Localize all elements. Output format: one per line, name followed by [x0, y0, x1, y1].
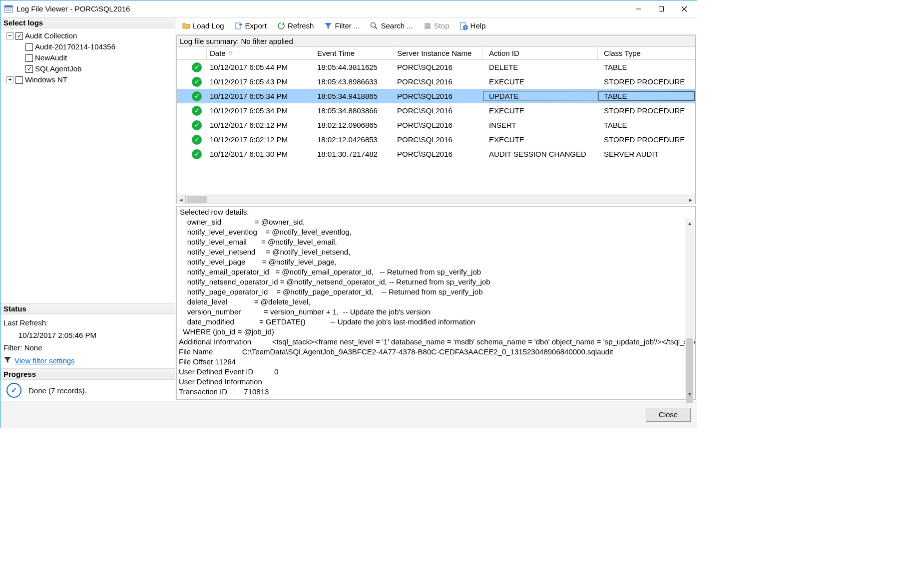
cell-server: PORC\SQL2016 — [394, 134, 483, 145]
checkbox-audit-collection[interactable] — [15, 32, 23, 40]
cell-action: EXECUTE — [483, 105, 598, 116]
cell-class: SERVER AUDIT — [598, 149, 695, 159]
details-panel: Selected row details: owner_sid = @owner… — [176, 206, 696, 400]
svg-rect-11 — [425, 23, 431, 29]
cell-date: 10/12/2017 6:05:34 PM — [207, 105, 314, 116]
toolbar-label: Refresh — [288, 21, 314, 30]
scroll-right-icon[interactable]: ► — [686, 195, 695, 204]
help-button[interactable]: ? Help — [456, 20, 489, 32]
success-icon: ✓ — [192, 120, 202, 130]
app-icon — [3, 4, 13, 14]
horizontal-scrollbar[interactable]: ◄ ► — [177, 195, 695, 204]
cell-date: 10/12/2017 6:02:12 PM — [207, 120, 314, 130]
collapse-icon[interactable]: − — [6, 32, 13, 39]
titlebar: Log File Viewer - PORC\SQL2016 — [0, 0, 697, 17]
done-icon: ✓ — [6, 383, 21, 398]
progress-section: Progress ✓ Done (7 records). — [0, 368, 175, 401]
checkbox-windows-nt[interactable] — [15, 76, 23, 84]
table-row[interactable]: ✓10/12/2017 6:01:30 PM18:01:30.7217482PO… — [177, 147, 695, 161]
cell-server: PORC\SQL2016 — [394, 76, 483, 87]
checkbox-newaudit[interactable] — [25, 54, 33, 62]
tree-node-audit-20170214[interactable]: Audit-20170214-104356 — [3, 41, 174, 52]
scroll-left-icon[interactable]: ◄ — [177, 195, 186, 204]
cell-time: 18:05:34.9418865 — [314, 91, 394, 101]
cell-action: EXECUTE — [483, 134, 598, 145]
details-body[interactable]: owner_sid = @owner_sid, notify_level_eve… — [177, 217, 695, 399]
table-row[interactable]: ✓10/12/2017 6:05:44 PM18:05:44.3811625PO… — [177, 60, 695, 74]
right-panel: Load Log Export Refresh — [175, 17, 697, 401]
cell-action: AUDIT SESSION CHANGED — [483, 149, 598, 159]
vertical-scrollbar[interactable]: ▲ ▼ — [685, 219, 694, 398]
cell-server: PORC\SQL2016 — [394, 62, 483, 72]
grid-body: ✓10/12/2017 6:05:44 PM18:05:44.3811625PO… — [177, 60, 695, 195]
cell-class: STORED PROCEDURE — [598, 76, 695, 87]
details-header: Selected row details: — [177, 207, 695, 217]
tree-node-windows-nt[interactable]: + Windows NT — [3, 74, 174, 85]
toolbar-label: Help — [470, 21, 486, 30]
log-grid: Log file summary: No filter applied Date… — [176, 35, 696, 204]
folder-icon — [182, 21, 191, 30]
close-button[interactable]: Close — [646, 408, 691, 422]
table-row[interactable]: ✓10/12/2017 6:05:34 PM18:05:34.9418865PO… — [177, 89, 695, 103]
toolbar-label: Load Log — [193, 21, 224, 30]
table-row[interactable]: ✓10/12/2017 6:05:34 PM18:05:34.8803866PO… — [177, 103, 695, 118]
window-title: Log File Viewer - PORC\SQL2016 — [16, 4, 627, 13]
grid-summary: Log file summary: No filter applied — [177, 36, 695, 47]
refresh-button[interactable]: Refresh — [273, 20, 318, 32]
expand-icon[interactable]: + — [6, 76, 13, 83]
column-header-server[interactable]: Server Instance Name — [394, 47, 483, 59]
tree-node-audit-collection[interactable]: − Audit Collection — [3, 30, 174, 41]
progress-text: Done (7 records). — [28, 386, 87, 395]
scroll-thumb[interactable] — [187, 196, 207, 203]
cell-date: 10/12/2017 6:01:30 PM — [207, 149, 314, 159]
cell-action: UPDATE — [483, 91, 598, 101]
cell-server: PORC\SQL2016 — [394, 105, 483, 116]
cell-class: STORED PROCEDURE — [598, 134, 695, 145]
cell-time: 18:05:43.8986633 — [314, 76, 394, 87]
cell-action: INSERT — [483, 120, 598, 130]
resize-grip-icon[interactable] — [687, 391, 694, 398]
minimize-button[interactable] — [627, 1, 650, 17]
cell-server: PORC\SQL2016 — [394, 91, 483, 101]
maximize-button[interactable] — [650, 1, 673, 17]
table-row[interactable]: ✓10/12/2017 6:02:12 PM18:02:12.0426853PO… — [177, 132, 695, 147]
column-header-event-time[interactable]: Event Time — [314, 47, 394, 59]
tree-node-newaudit[interactable]: NewAudit — [3, 52, 174, 63]
cell-time: 18:02:12.0426853 — [314, 134, 394, 145]
load-log-button[interactable]: Load Log — [178, 20, 228, 32]
progress-header: Progress — [0, 369, 175, 380]
close-window-button[interactable] — [673, 1, 696, 17]
last-refresh-value: 10/12/2017 2:05:46 PM — [3, 331, 172, 339]
table-row[interactable]: ✓10/12/2017 6:02:12 PM18:02:12.0906865PO… — [177, 118, 695, 132]
success-icon: ✓ — [192, 91, 202, 101]
cell-class: TABLE — [598, 62, 695, 72]
checkbox-sqlagentjob[interactable] — [25, 65, 33, 73]
success-icon: ✓ — [192, 106, 202, 116]
filter-button[interactable]: Filter ... — [320, 20, 363, 32]
view-filter-settings-link[interactable]: View filter settings — [14, 356, 75, 365]
scroll-up-icon[interactable]: ▲ — [685, 219, 694, 228]
svg-line-17 — [692, 396, 693, 397]
tree-label: Audit-20170214-104356 — [35, 41, 115, 52]
help-icon: ? — [460, 21, 468, 30]
cell-action: EXECUTE — [483, 76, 598, 87]
cell-time: 18:05:44.3811625 — [314, 62, 394, 72]
column-header-action[interactable]: Action ID — [483, 47, 598, 59]
column-header-date[interactable]: Date ▽ — [207, 47, 314, 59]
status-section: Status Last Refresh: 10/12/2017 2:05:46 … — [0, 303, 175, 368]
logs-tree: − Audit Collection Audit-20170214-104356… — [0, 28, 175, 87]
export-icon — [234, 21, 243, 30]
cell-class: STORED PROCEDURE — [598, 105, 695, 116]
tree-node-sqlagentjob[interactable]: SQLAgentJob — [3, 63, 174, 74]
sort-desc-icon: ▽ — [229, 50, 233, 56]
status-header: Status — [0, 303, 175, 314]
search-button[interactable]: Search ... — [366, 20, 416, 32]
cell-class: TABLE — [598, 91, 695, 101]
svg-point-9 — [371, 22, 376, 27]
table-row[interactable]: ✓10/12/2017 6:05:43 PM18:05:43.8986633PO… — [177, 74, 695, 89]
column-header-class[interactable]: Class Type — [598, 47, 695, 59]
export-button[interactable]: Export — [231, 20, 270, 32]
cell-time: 18:05:34.8803866 — [314, 105, 394, 116]
checkbox-audit-20170214[interactable] — [25, 43, 33, 51]
left-panel: Select logs − Audit Collection Audit-201… — [0, 17, 175, 401]
